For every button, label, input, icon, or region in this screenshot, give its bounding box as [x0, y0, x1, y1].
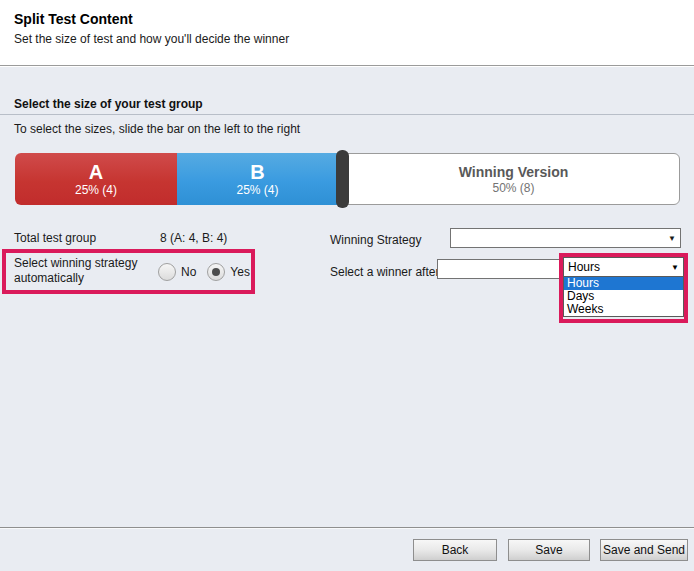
unit-select-value: Hours — [568, 260, 671, 274]
section-divider — [0, 114, 694, 115]
winning-version-label: Winning Version — [459, 163, 569, 181]
highlight-box-unit-dropdown: Hours ▼ Hours Days Weeks — [559, 253, 688, 323]
total-test-group-label: Total test group — [14, 231, 96, 245]
segment-b-detail: 25% (4) — [236, 183, 278, 197]
unit-option-weeks[interactable]: Weeks — [564, 303, 683, 316]
radio-yes-label: Yes — [230, 265, 250, 279]
slider-handle[interactable] — [336, 150, 349, 208]
unit-select[interactable]: Hours ▼ — [563, 257, 684, 277]
segment-b: B 25% (4) — [177, 153, 338, 205]
winning-strategy-select[interactable]: ▼ — [450, 228, 681, 248]
section-heading: Select the size of your test group — [14, 97, 203, 111]
back-button[interactable]: Back — [413, 539, 497, 561]
dialog-header: Split Test Content Set the size of test … — [0, 0, 694, 66]
segment-a-detail: 25% (4) — [75, 183, 117, 197]
winner-after-input[interactable] — [437, 259, 563, 279]
strategy-automatic-label: Select winning strategy automatically — [14, 256, 164, 286]
page-title: Split Test Content — [14, 11, 133, 27]
page-subtitle: Set the size of test and how you'll deci… — [14, 32, 289, 46]
segment-b-label: B — [250, 161, 264, 183]
segment-a: A 25% (4) — [15, 153, 177, 205]
highlight-box-strategy: Select winning strategy automatically No… — [2, 249, 255, 294]
dialog-footer: Back Save Save and Send — [0, 527, 694, 571]
winning-version-detail: 50% (8) — [492, 181, 534, 196]
radio-yes[interactable] — [207, 263, 225, 281]
dialog-content: Select the size of your test group To se… — [0, 67, 694, 527]
segment-winning-version: Winning Version 50% (8) — [347, 153, 680, 205]
save-and-send-button[interactable]: Save and Send — [600, 539, 688, 561]
radio-no[interactable] — [158, 263, 176, 281]
radio-yes-dot — [212, 268, 220, 276]
strategy-radio-group: No Yes — [158, 253, 256, 290]
segment-a-label: A — [89, 161, 103, 183]
radio-no-dot — [163, 268, 171, 276]
slider-hint: To select the sizes, slide the bar on th… — [14, 122, 300, 136]
unit-option-list: Hours Days Weeks — [563, 277, 684, 317]
winning-strategy-label: Winning Strategy — [330, 233, 421, 247]
test-size-slider: A 25% (4) B 25% (4) Winning Version 50% … — [15, 153, 680, 205]
split-test-dialog: Split Test Content Set the size of test … — [0, 0, 694, 571]
total-test-group-value: 8 (A: 4, B: 4) — [160, 231, 227, 245]
radio-no-label: No — [181, 265, 196, 279]
select-winner-after-label: Select a winner after — [330, 265, 439, 279]
chevron-down-icon: ▼ — [671, 263, 679, 272]
chevron-down-icon: ▼ — [668, 234, 676, 243]
save-button[interactable]: Save — [508, 539, 590, 561]
